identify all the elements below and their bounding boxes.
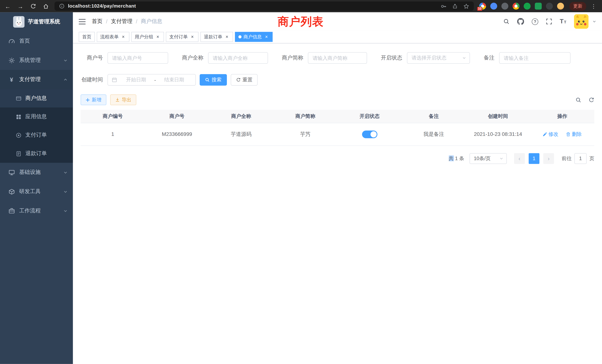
refresh-icon — [236, 77, 241, 82]
sidebar-item-infrastructure[interactable]: 基础设施 — [0, 163, 73, 182]
tab-user-group[interactable]: 用户分组× — [131, 32, 164, 42]
goto-page-input[interactable] — [574, 153, 587, 164]
browser-forward-icon[interactable]: → — [17, 3, 23, 10]
merchant-no-input[interactable] — [108, 52, 168, 64]
app-logo[interactable]: 芋道管理系统 — [0, 12, 73, 32]
key-icon[interactable] — [441, 3, 447, 9]
fullscreen-icon[interactable] — [546, 18, 552, 24]
breadcrumb-separator: / — [106, 18, 108, 24]
prev-page-button[interactable]: ‹ — [514, 153, 525, 164]
navbar-actions: ? TT — [503, 14, 596, 29]
status-select[interactable]: 请选择开启状态 — [407, 52, 470, 64]
font-size-large: T — [560, 18, 563, 25]
remark-input[interactable] — [499, 52, 570, 64]
sidebar-item-home[interactable]: 首页 — [0, 32, 73, 51]
tab-home[interactable]: 首页 — [79, 32, 95, 42]
page-number-1[interactable]: 1 — [529, 153, 539, 164]
app-navbar: 首页 / 支付管理 / 商户信息 ? TT — [73, 12, 602, 31]
extension-icon[interactable]: 10 — [479, 3, 486, 10]
tab-label: 用户分组 — [135, 33, 153, 40]
toggle-search-icon[interactable] — [576, 97, 581, 103]
share-icon[interactable] — [452, 3, 458, 9]
app-title: 芋道管理系统 — [28, 18, 60, 25]
reset-button[interactable]: 重置 — [231, 74, 258, 86]
browser-back-icon[interactable]: ← — [5, 3, 11, 10]
cell-merchant-id: 1 — [81, 123, 145, 146]
browser-refresh-icon[interactable] — [30, 3, 36, 9]
page-size-select[interactable]: 10条/页 — [470, 153, 507, 164]
export-button[interactable]: 导出 — [110, 95, 136, 105]
user-avatar[interactable] — [574, 14, 589, 29]
tab-label: 商户信息 — [243, 33, 262, 40]
sidebar-item-label: 首页 — [19, 38, 30, 44]
tab-close-icon[interactable]: × — [155, 34, 161, 40]
sidebar-item-system[interactable]: 系统管理 — [0, 51, 73, 70]
avatar-caret-down-icon[interactable] — [592, 20, 596, 23]
breadcrumb: 首页 / 支付管理 / 商户信息 — [92, 18, 162, 25]
tab-close-icon[interactable]: × — [264, 34, 269, 40]
url-bar[interactable]: localhost:1024/pay/merchant — [54, 1, 474, 11]
extension-icon[interactable] — [490, 3, 497, 10]
sidebar-item-merchant-info[interactable]: 商户信息 — [0, 89, 73, 107]
browser-update-button[interactable]: 更新 — [569, 2, 586, 11]
cell-status — [337, 123, 402, 146]
next-page-button[interactable]: › — [543, 153, 554, 164]
edit-link[interactable]: 修改 — [543, 131, 559, 138]
github-icon[interactable] — [517, 18, 524, 25]
start-date-placeholder[interactable]: 开始日期 — [119, 76, 153, 83]
sidebar-item-devtools[interactable]: 研发工具 — [0, 182, 73, 201]
extension-icon[interactable] — [535, 3, 542, 10]
sidebar-item-refund-order[interactable]: 退款订单 — [0, 144, 73, 163]
end-date-placeholder[interactable]: 结束日期 — [157, 76, 192, 83]
extension-icon[interactable] — [524, 3, 530, 10]
tab-close-icon[interactable]: × — [190, 34, 195, 40]
refresh-table-icon[interactable] — [589, 97, 594, 103]
help-icon[interactable]: ? — [532, 18, 538, 25]
page-size-value: 10条/页 — [474, 155, 491, 162]
yen-icon: ¥ — [8, 76, 15, 83]
payment-submenu: 商户信息 应用信息 支付订单 退款订单 — [0, 89, 73, 163]
sidebar-item-workflow[interactable]: 工作流程 — [0, 201, 73, 220]
tab-refund-order[interactable]: 退款订单× — [200, 32, 233, 42]
pagination-total-rest: 1 条 — [453, 155, 464, 161]
create-time-range-picker[interactable]: 开始日期 - 结束日期 — [108, 74, 196, 86]
profile-avatar-icon[interactable] — [557, 3, 564, 10]
extension-icon[interactable] — [513, 3, 519, 10]
browser-menu-icon[interactable]: ⋮ — [591, 3, 596, 9]
search-icon[interactable] — [503, 18, 509, 24]
font-size-icon[interactable]: TT — [560, 18, 566, 25]
sidebar-item-label: 基础设施 — [19, 169, 41, 176]
hamburger-icon[interactable] — [79, 19, 86, 24]
breadcrumb-separator: / — [136, 18, 137, 24]
sidebar-item-payment[interactable]: ¥ 支付管理 — [0, 70, 73, 89]
short-name-input[interactable] — [308, 52, 367, 64]
tab-label: 首页 — [82, 33, 91, 40]
column-header: 操作 — [530, 110, 594, 123]
tab-pay-order[interactable]: 支付订单× — [166, 32, 198, 42]
cell-create-time: 2021-10-23 08:31:14 — [466, 123, 530, 146]
status-toggle[interactable] — [362, 130, 377, 138]
sidebar-item-pay-order[interactable]: 支付订单 — [0, 126, 73, 144]
filter-short-name: 商户简称 — [276, 52, 367, 64]
full-name-input[interactable] — [208, 52, 268, 64]
tab-process-form[interactable]: 流程表单× — [97, 32, 129, 42]
site-info-icon[interactable] — [59, 3, 64, 9]
grid-icon — [15, 114, 22, 119]
bookmark-star-icon[interactable] — [463, 3, 469, 9]
tab-close-icon[interactable]: × — [224, 34, 230, 40]
browser-home-icon[interactable] — [43, 3, 49, 9]
search-button[interactable]: 搜索 — [200, 74, 227, 86]
add-button[interactable]: 新增 — [81, 95, 106, 105]
table-toolbar: 新增 导出 — [81, 95, 594, 105]
tab-close-icon[interactable]: × — [120, 34, 126, 40]
tab-merchant-info[interactable]: 商户信息× — [235, 32, 273, 42]
cell-full-name: 芋道源码 — [209, 123, 273, 146]
delete-link[interactable]: 删除 — [566, 131, 582, 138]
extension-icon[interactable] — [501, 3, 508, 10]
download-icon — [115, 97, 120, 102]
extension-icon[interactable] — [546, 3, 553, 10]
sidebar-item-label: 商户信息 — [25, 95, 47, 102]
breadcrumb-home[interactable]: 首页 — [92, 18, 103, 25]
edit-icon — [543, 132, 547, 137]
sidebar-item-app-info[interactable]: 应用信息 — [0, 107, 73, 126]
